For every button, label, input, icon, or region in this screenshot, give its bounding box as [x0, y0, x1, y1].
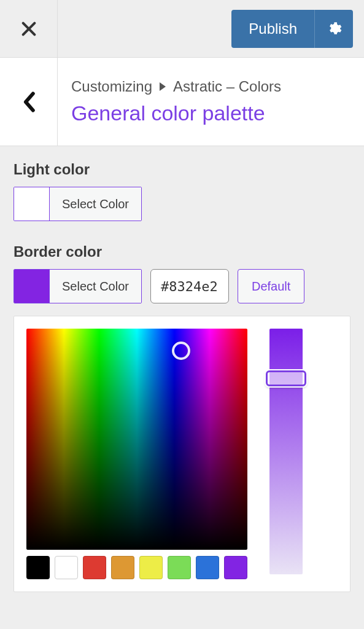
color-picker-panel: [14, 316, 350, 592]
swatch-black[interactable]: [26, 556, 50, 579]
breadcrumb-panel: Customizing Astratic – Colors General co…: [0, 58, 364, 146]
light-color-swatch: [14, 187, 50, 221]
top-bar-actions: Publish: [58, 0, 364, 57]
breadcrumb-path: Astratic – Colors: [173, 78, 281, 95]
light-color-controls: Select Color: [14, 187, 350, 221]
content-area: Light color Select Color Border color Se…: [0, 146, 364, 629]
breadcrumb-root: Customizing: [71, 78, 152, 95]
border-color-swatch: [14, 270, 50, 303]
swatch-green[interactable]: [168, 556, 191, 579]
publish-button[interactable]: Publish: [231, 10, 314, 48]
triangle-right-icon: [160, 82, 166, 91]
back-button[interactable]: [0, 58, 58, 146]
picker-row: [26, 329, 338, 579]
picker-left-column: [26, 329, 247, 579]
hue-handle[interactable]: [266, 370, 306, 386]
close-icon: [20, 20, 37, 37]
hue-slider[interactable]: [269, 329, 303, 574]
border-color-label: Border color: [14, 243, 350, 260]
preset-swatches-row: [26, 556, 247, 579]
swatch-blue[interactable]: [196, 556, 219, 579]
default-button[interactable]: Default: [238, 269, 304, 303]
close-button[interactable]: [0, 0, 58, 57]
swatch-purple[interactable]: [224, 556, 247, 579]
swatch-red[interactable]: [83, 556, 106, 579]
page-title: General color palette: [71, 101, 350, 125]
border-color-select-button[interactable]: Select Color: [14, 269, 142, 303]
light-color-section: Light color Select Color: [14, 161, 350, 221]
light-color-label: Light color: [14, 161, 350, 178]
top-bar: Publish: [0, 0, 364, 58]
gear-icon: [326, 21, 342, 37]
border-color-controls: Select Color Default: [14, 269, 350, 303]
light-color-select-label: Select Color: [50, 187, 141, 221]
light-color-select-button[interactable]: Select Color: [14, 187, 142, 221]
border-color-select-label: Select Color: [50, 270, 141, 303]
chevron-left-icon: [22, 92, 36, 112]
settings-button[interactable]: [314, 10, 353, 48]
hex-input[interactable]: [150, 269, 229, 303]
swatch-orange[interactable]: [111, 556, 134, 579]
breadcrumb-content: Customizing Astratic – Colors General co…: [58, 58, 364, 146]
sv-handle[interactable]: [172, 342, 190, 360]
breadcrumb-trail: Customizing Astratic – Colors: [71, 78, 350, 95]
saturation-value-area[interactable]: [26, 329, 247, 550]
swatch-white[interactable]: [55, 556, 78, 579]
border-color-section: Border color Select Color Default: [14, 243, 350, 592]
swatch-yellow[interactable]: [139, 556, 163, 579]
